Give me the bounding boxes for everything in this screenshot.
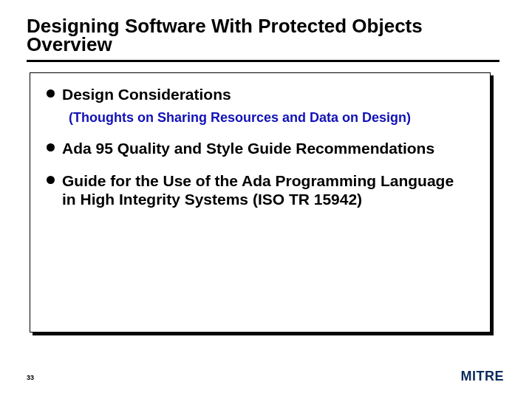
bullet-item: Guide for the Use of the Ada Programming… bbox=[47, 171, 474, 209]
mitre-logo: MITRE bbox=[461, 369, 505, 384]
bullet-text: Ada 95 Quality and Style Guide Recommend… bbox=[62, 139, 434, 158]
slide: Designing Software With Protected Object… bbox=[0, 0, 532, 399]
slide-subtitle: Overview bbox=[27, 35, 505, 55]
bullet-subtext: (Thoughts on Sharing Resources and Data … bbox=[69, 110, 474, 126]
bullet-text-span: Guide for the Use of the Ada Programming… bbox=[62, 172, 454, 208]
bullet-item: Ada 95 Quality and Style Guide Recommend… bbox=[47, 139, 474, 158]
bullet-text: Design Considerations bbox=[62, 85, 231, 104]
page-number: 33 bbox=[27, 374, 34, 381]
content-box: Design Considerations (Thoughts on Shari… bbox=[30, 72, 491, 332]
bullet-icon bbox=[47, 89, 55, 98]
bullet-icon bbox=[47, 143, 55, 151]
bullet-icon bbox=[47, 176, 55, 184]
bullet-item: Design Considerations bbox=[47, 85, 474, 104]
bullet-text-span: Ada 95 Quality and Style Guide Recommend… bbox=[62, 140, 434, 157]
bullet-text: Guide for the Use of the Ada Programming… bbox=[62, 171, 461, 209]
title-rule bbox=[27, 60, 499, 62]
